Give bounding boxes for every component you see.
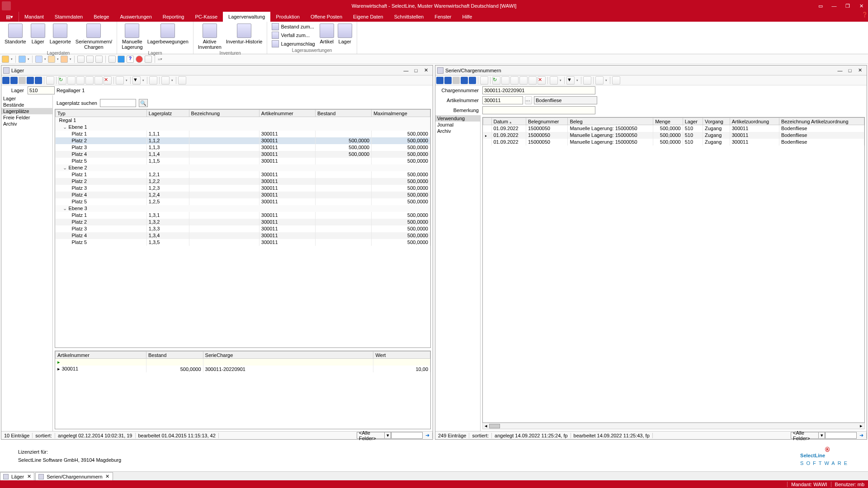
qat-button[interactable] <box>77 56 85 63</box>
dropdown-icon[interactable] <box>142 76 145 84</box>
menu-offene posten[interactable]: Offene Posten <box>305 12 348 22</box>
table-row[interactable]: Platz 31,1,3300011500,0000500,0000 <box>56 144 430 151</box>
nav-lager[interactable]: Lager <box>1 95 52 102</box>
settings-button[interactable] <box>583 76 591 84</box>
menu-produktion[interactable]: Produktion <box>270 12 305 22</box>
table-row[interactable]: Platz 41,3,4300011500,0000 <box>56 232 430 239</box>
lookup-button[interactable]: … <box>525 96 532 104</box>
col-header[interactable]: SerieCharge <box>203 352 373 359</box>
ribbon-lger[interactable]: Läger <box>29 23 47 51</box>
table-row[interactable]: Platz 21,3,2300011500,0000 <box>56 219 430 225</box>
panel-close-button[interactable]: ✕ <box>421 66 431 75</box>
help-icon[interactable]: ❓ <box>862 12 868 22</box>
table-row[interactable]: Platz 11,2,1300011500,0000 <box>56 171 430 178</box>
refresh-button[interactable]: ↻ <box>58 76 66 84</box>
menu-eigene daten[interactable]: Eigene Daten <box>348 12 389 22</box>
col-header[interactable]: Vorgang <box>703 118 730 125</box>
tree-group[interactable]: ⌄ Ebene 3 <box>56 205 430 212</box>
copy-button[interactable] <box>510 76 519 84</box>
col-header[interactable]: Beleg <box>568 118 653 125</box>
filter-combo[interactable]: <Alle Felder>▾ <box>791 432 825 439</box>
nav-next-button[interactable] <box>27 77 34 84</box>
nav-archiv[interactable]: Archiv <box>1 121 52 127</box>
col-header[interactable]: Bestand <box>146 352 203 359</box>
nav-back-button[interactable] <box>453 77 460 84</box>
table-view-button[interactable] <box>480 76 488 84</box>
col-header[interactable]: Wert <box>373 352 430 359</box>
menu-lagerverwaltung[interactable]: Lagerverwaltung <box>223 12 270 22</box>
ribbon-lagerorte[interactable]: Lagerorte <box>48 23 73 51</box>
menu-fenster[interactable]: Fenster <box>429 12 457 22</box>
nav-verwendung[interactable]: Verwendung <box>435 115 480 122</box>
nav-first-button[interactable] <box>2 77 9 84</box>
qat-button[interactable] <box>2 56 9 63</box>
table-row[interactable]: Platz 21,1,2300011500,0000500,0000 <box>56 137 430 144</box>
delete-button[interactable]: ✕ <box>104 76 112 84</box>
nav-freiefelder[interactable]: Freie Felder <box>1 114 52 121</box>
table-row[interactable]: Platz 51,1,5300011500,0000 <box>56 158 430 164</box>
dropdown-icon[interactable] <box>125 76 128 84</box>
col-header[interactable]: Typ <box>56 110 147 117</box>
menu-reporting[interactable]: Reporting <box>157 12 190 22</box>
col-header[interactable]: Artikelnummer <box>56 352 146 359</box>
table-row[interactable]: Platz 11,3,1300011500,0000 <box>56 212 430 219</box>
qat-button[interactable] <box>19 56 26 63</box>
print-button[interactable] <box>595 76 604 84</box>
col-header[interactable]: Datum <box>491 118 526 125</box>
filter-combo[interactable]: <Alle Felder>▾ <box>357 432 391 439</box>
col-header[interactable]: Bezeichnung Artikelzuordnung <box>779 118 864 125</box>
go-button[interactable]: ➜ <box>423 432 433 438</box>
table-row[interactable]: Platz 11,1,1300011500,0000 <box>56 131 430 137</box>
nav-back-button[interactable] <box>19 77 26 84</box>
nav-prev-button[interactable] <box>444 77 452 84</box>
tree-group[interactable]: ⌄ Ebene 2 <box>56 164 430 171</box>
nav-prev-button[interactable] <box>10 77 18 84</box>
ribbon-verfallzum[interactable]: Verfall zum... <box>270 31 316 39</box>
tab-close-icon[interactable]: ✕ <box>27 474 31 479</box>
panel-minimize-button[interactable]: — <box>401 66 411 75</box>
pin-button[interactable] <box>550 76 558 84</box>
col-header[interactable]: Menge <box>653 118 683 125</box>
table-row[interactable]: Platz 31,3,3300011500,0000 <box>56 225 430 232</box>
lager-input[interactable] <box>28 86 55 94</box>
ribbon-artikel[interactable]: Artikel <box>318 23 336 48</box>
h-scrollbar[interactable]: ◂ ▸ <box>482 423 865 429</box>
qat-stop-icon[interactable] <box>136 56 143 63</box>
lagerplatz-grid[interactable]: TypLagerplatzBezeichnungArtikelnummerBes… <box>55 109 431 348</box>
new-button[interactable] <box>67 76 75 84</box>
qat-button[interactable] <box>145 56 152 63</box>
delete-button[interactable]: ✕ <box>538 76 546 84</box>
minimize-button[interactable]: — <box>827 0 841 12</box>
menu-belege[interactable]: Belege <box>88 12 114 22</box>
ribbon-seriennummern[interactable]: Seriennummern/Chargen <box>74 23 114 51</box>
file-menu-button[interactable]: ▤▾ <box>0 12 19 22</box>
pin-button[interactable] <box>116 76 124 84</box>
panel-minimize-button[interactable]: — <box>835 66 845 75</box>
qat-button[interactable] <box>35 56 42 63</box>
menu-pc-kasse[interactable]: PC-Kasse <box>189 12 223 22</box>
tab-close-icon[interactable]: ✕ <box>105 474 110 479</box>
nav-last-button[interactable] <box>35 77 42 84</box>
filter-input[interactable] <box>825 432 857 439</box>
table-row[interactable]: Platz 51,2,5300011500,0000 <box>56 198 430 205</box>
chargennummer-input[interactable] <box>482 86 595 94</box>
nav-next-button[interactable] <box>461 77 468 84</box>
nav-first-button[interactable] <box>436 77 443 84</box>
col-header[interactable]: Belegnummer <box>526 118 567 125</box>
col-header[interactable]: Artikelnummer <box>259 110 315 117</box>
panel-maximize-button[interactable]: □ <box>411 66 421 75</box>
menu-hilfe[interactable]: Hilfe <box>457 12 477 22</box>
artikelnummer-input[interactable] <box>482 96 523 104</box>
layout-button[interactable] <box>178 76 186 84</box>
table-row[interactable]: Platz 21,2,2300011500,0000 <box>56 178 430 185</box>
ribbon-lagerbewegungen[interactable]: Lagerbewegungen <box>146 23 190 51</box>
maximize-button[interactable]: ❐ <box>841 0 854 12</box>
refresh-button[interactable]: ↻ <box>492 76 500 84</box>
tree-group[interactable]: ⌄ Ebene 1 <box>56 124 430 131</box>
tool-button[interactable] <box>94 76 103 84</box>
ribbon-toggle-icon[interactable]: ▭ <box>814 0 827 12</box>
panel-maximize-button[interactable]: □ <box>845 66 855 75</box>
go-button[interactable]: ➜ <box>857 432 867 438</box>
save-button[interactable] <box>85 76 94 84</box>
nav-last-button[interactable] <box>469 77 476 84</box>
